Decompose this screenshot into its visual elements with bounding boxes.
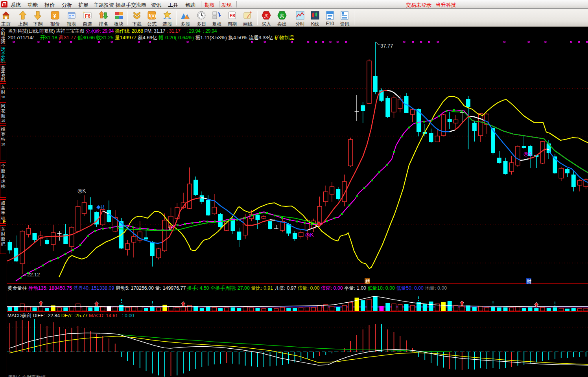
- svg-text:F8: F8: [230, 13, 235, 18]
- svg-text:◎K: ◎K: [523, 151, 532, 157]
- svg-text:37.77: 37.77: [380, 43, 393, 49]
- svg-text:F6: F6: [85, 13, 90, 19]
- svg-text:◎K: ◎K: [305, 232, 314, 238]
- svg-text:买: 买: [264, 13, 269, 18]
- svg-text:¥: ¥: [53, 12, 57, 19]
- svg-text:卖: 卖: [280, 13, 284, 18]
- svg-text:◎K: ◎K: [77, 188, 86, 194]
- svg-text:←22.12: ←22.12: [22, 272, 40, 278]
- svg-text:f(x): f(x): [149, 13, 156, 18]
- svg-text:◆R: ◆R: [96, 204, 105, 210]
- svg-text:榜: 榜: [365, 279, 370, 284]
- svg-text:财: 财: [527, 279, 531, 284]
